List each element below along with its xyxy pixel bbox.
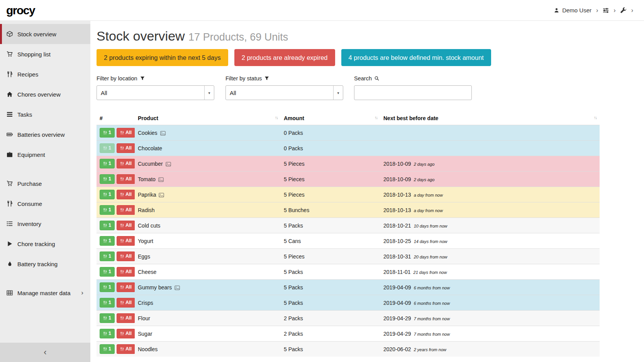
consume-one-button[interactable]: 1 <box>100 313 115 323</box>
consume-all-button[interactable]: All <box>117 329 135 338</box>
sidebar-item-batteries-overview[interactable]: Batteries overview <box>0 124 90 144</box>
consume-one-button[interactable]: 1 <box>100 298 115 308</box>
table-row[interactable]: 1AllNoodles5 Packs2020-06-022 years from… <box>97 342 600 357</box>
consume-one-button[interactable]: 1 <box>100 159 115 168</box>
status-filter-group: Filter by status All ▾ <box>225 75 343 100</box>
date-note: 2 days ago <box>414 177 435 182</box>
consume-all-button[interactable]: All <box>117 252 135 261</box>
consume-one-button[interactable]: 1 <box>100 190 115 199</box>
table-row[interactable]: 1AllEggs5 Pieces2018-10-3120 days from n… <box>97 249 600 264</box>
consume-one-button[interactable]: 1 <box>100 221 115 230</box>
product-image-icon[interactable] <box>166 162 171 167</box>
product-cell: Cold cuts <box>135 218 281 233</box>
utensils-icon <box>120 177 124 181</box>
consume-all-button[interactable]: All <box>117 159 135 168</box>
settings-sliders-icon[interactable] <box>603 7 609 14</box>
product-amount: 5 Packs <box>281 280 380 295</box>
product-amount: 0 Packs <box>281 141 380 156</box>
sidebar-item-purchase[interactable]: Purchase <box>0 173 90 194</box>
sidebar-item-label: Equipment <box>17 151 45 158</box>
product-image-icon[interactable] <box>175 286 180 290</box>
sidebar-item-stock-overview[interactable]: Stock overview <box>0 24 90 44</box>
best-before-date: 2018-10-25 <box>383 238 411 244</box>
table-row[interactable]: 1AllTomato5 Pieces2018-10-092 days ago <box>97 172 600 187</box>
consume-all-button[interactable]: All <box>117 205 135 215</box>
chevron-right-icon: › <box>631 7 633 14</box>
sidebar-item-label: Batteries overview <box>17 131 65 138</box>
location-filter-select[interactable]: All ▾ <box>97 85 214 100</box>
col-header-best-before[interactable]: Next best before date↑↓ <box>380 113 600 125</box>
sidebar-item-manage-master-data[interactable]: Manage master data› <box>0 283 90 303</box>
cart-icon <box>6 51 13 57</box>
consume-one-button[interactable]: 1 <box>100 174 115 184</box>
sidebar-item-tasks[interactable]: Tasks <box>0 104 90 124</box>
consume-one-button[interactable]: 1 <box>100 252 115 261</box>
sidebar-item-shopping-list[interactable]: Shopping list <box>0 44 90 64</box>
table-row[interactable]: 1AllGummy bears5 Packs2019-04-096 months… <box>97 280 600 295</box>
consume-one-button[interactable]: 1 <box>100 236 115 246</box>
consume-all-button[interactable]: All <box>117 298 135 308</box>
table-row[interactable]: 1AllCold cuts5 Packs2018-10-2110 days fr… <box>97 218 600 233</box>
table-row[interactable]: 1AllCucumber5 Pieces2018-10-092 days ago <box>97 156 600 172</box>
stock-alert-button-2[interactable]: 4 products are below defined min. stock … <box>341 49 491 66</box>
consume-one-button[interactable]: 1 <box>100 267 115 277</box>
sidebar-item-chore-tracking[interactable]: Chore tracking <box>0 234 90 254</box>
alerts-row: 2 products expiring within the next 5 da… <box>97 49 644 66</box>
utensils-icon <box>6 71 13 77</box>
table-row[interactable]: 1AllCookies0 Packs <box>97 125 600 141</box>
app-logo[interactable]: grocy <box>6 4 35 17</box>
sidebar-item-equipment[interactable]: Equipment <box>0 144 90 165</box>
consume-one-button[interactable]: 1 <box>100 329 115 338</box>
consume-all-button[interactable]: All <box>117 190 135 199</box>
consume-one-button[interactable]: 1 <box>100 282 115 292</box>
status-filter-select[interactable]: All ▾ <box>225 85 343 100</box>
table-row[interactable]: 1AllYogurt5 Cans2018-10-2514 days from n… <box>97 233 600 249</box>
user-menu[interactable]: Demo User <box>562 7 591 14</box>
consume-one-button[interactable]: 1 <box>100 344 115 354</box>
sidebar-item-recipes[interactable]: Recipes <box>0 64 90 84</box>
consume-all-button[interactable]: All <box>117 236 135 246</box>
product-image-icon[interactable] <box>159 193 164 197</box>
product-cell: Sugar <box>135 326 281 342</box>
sidebar-item-consume[interactable]: Consume <box>0 194 90 214</box>
table-row[interactable]: 1AllPaprika5 Pieces2018-10-13a day from … <box>97 187 600 202</box>
table-row[interactable]: 1AllRadish5 Bunches2018-10-13a day from … <box>97 202 600 218</box>
table-row[interactable]: 1AllCrisps5 Packs2019-04-096 months from… <box>97 295 600 311</box>
sidebar-item-chores-overview[interactable]: Chores overview <box>0 84 90 104</box>
consume-all-button[interactable]: All <box>117 282 135 292</box>
table-row[interactable]: 1AllChocolate0 Packs <box>97 141 600 156</box>
stock-alert-button-1[interactable]: 2 products are already expired <box>234 49 335 66</box>
sidebar-item-battery-tracking[interactable]: Battery tracking <box>0 254 90 274</box>
consume-one-button[interactable]: 1 <box>100 143 115 153</box>
admin-wrench-icon[interactable] <box>620 7 627 14</box>
consume-all-button[interactable]: All <box>117 128 135 138</box>
table-row[interactable]: 1AllFlour2 Packs2019-04-297 months from … <box>97 311 600 326</box>
product-image-icon[interactable] <box>158 177 164 182</box>
search-input[interactable] <box>354 85 472 100</box>
consume-all-button[interactable]: All <box>117 221 135 230</box>
product-image-icon[interactable] <box>160 131 166 136</box>
best-before-cell: 2018-10-092 days ago <box>380 156 600 172</box>
sidebar-item-inventory[interactable]: Inventory <box>0 214 90 234</box>
consume-all-button[interactable]: All <box>117 174 135 184</box>
stock-alert-button-0[interactable]: 2 products expiring within the next 5 da… <box>97 49 228 66</box>
consume-one-button[interactable]: 1 <box>100 128 115 138</box>
utensils-icon <box>120 347 124 351</box>
consume-all-button[interactable]: All <box>117 344 135 354</box>
consume-one-button[interactable]: 1 <box>100 205 115 215</box>
col-header-product[interactable]: Product↑↓ <box>135 113 281 125</box>
col-header-amount[interactable]: Amount↑↓ <box>281 113 380 125</box>
table-row[interactable]: 1AllSugar2 Packs2019-04-297 months from … <box>97 326 600 342</box>
sidebar-collapse-button[interactable]: ‹ <box>0 343 90 362</box>
product-cell: Tomato <box>135 172 281 187</box>
row-actions-cell: 1All <box>97 249 135 264</box>
date-note: 2 days ago <box>414 162 435 167</box>
product-cell: Chocolate <box>135 141 281 156</box>
product-cell: Flour <box>135 311 281 326</box>
consume-all-button[interactable]: All <box>117 267 135 277</box>
best-before-cell: 2019-04-297 months from now <box>380 311 600 326</box>
table-row[interactable]: 1AllCheese5 Packs2018-11-0121 days from … <box>97 264 600 280</box>
consume-all-button[interactable]: All <box>117 313 135 323</box>
consume-all-button[interactable]: All <box>117 143 135 153</box>
utensils-icon <box>120 208 124 212</box>
